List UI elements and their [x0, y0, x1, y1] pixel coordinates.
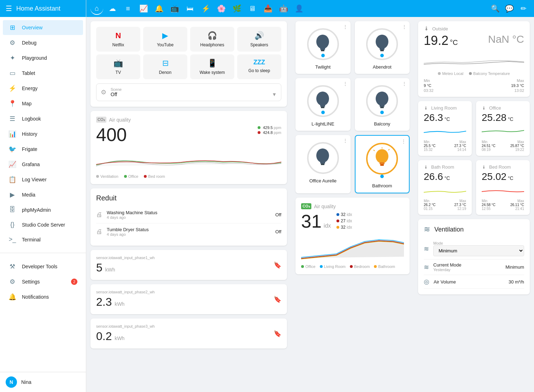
netflix-icon: N	[116, 31, 121, 40]
nav-leaf[interactable]: 🌿	[230, 2, 243, 15]
livingroom-chart	[424, 125, 466, 138]
light-card-twilight[interactable]: ⋮ Twilight	[295, 21, 351, 74]
sidebar-item-media[interactable]: ▶ Media	[3, 187, 83, 202]
aq-center-content: 31 idx 32 idx 27 idx 32 idx	[301, 212, 404, 230]
sidebar-item-grafana[interactable]: 📈 Grafana	[3, 157, 83, 172]
nav-chart[interactable]: 📈	[137, 2, 150, 15]
nav-bell[interactable]: 🔔	[153, 2, 165, 15]
outside-nan-temp: NaN °C	[488, 33, 524, 45]
edit-icon[interactable]: ✏	[517, 2, 530, 15]
tv-button[interactable]: 📺 TV	[96, 54, 140, 79]
sidebar-item-map[interactable]: 📍 Map	[3, 96, 83, 111]
media-icon: ▶	[8, 191, 16, 199]
temp-card-livingroom: 🌡 Living Room 26.3 °C MinMax 25.5 °C	[418, 101, 472, 156]
nav-inbox[interactable]: 📥	[262, 2, 274, 15]
light-menu-twilight[interactable]: ⋮	[343, 24, 348, 30]
svg-point-15	[376, 149, 388, 163]
light-menu-bathroom[interactable]: ⋮	[401, 139, 406, 144]
sidebar-item-history[interactable]: 📊 History	[3, 127, 83, 141]
youtube-button[interactable]: ▶ YouTube	[143, 27, 187, 52]
light-card-abendrot[interactable]: ⋮ Abendrot	[355, 21, 410, 74]
vent-air-info: Air Volume	[434, 279, 504, 285]
sidebar-item-label: History	[22, 131, 37, 137]
sidebar-item-frigate[interactable]: 🐦 Frigate	[3, 142, 83, 157]
light-menu-llightline[interactable]: ⋮	[343, 81, 348, 87]
bed-max-time: 21:41	[503, 207, 524, 211]
netflix-button[interactable]: N Netflix	[96, 27, 140, 52]
light-card-balcony[interactable]: ⋮ Balcony	[355, 78, 410, 131]
app-title: Home Assistant	[16, 5, 60, 12]
nav-robot[interactable]: 🤖	[277, 2, 290, 15]
youtube-icon: ▶	[162, 31, 168, 40]
sidebar-item-terminal[interactable]: >_ Terminal	[3, 232, 83, 247]
aq-title: Air quality	[109, 117, 131, 123]
nav-home[interactable]: ⌂	[90, 2, 103, 15]
sidebar-item-phpmyadmin[interactable]: 🗄 phpMyAdmin	[3, 203, 83, 217]
nav-flower[interactable]: 🌸	[215, 2, 228, 15]
light-card-bathroom[interactable]: ⋮	[355, 135, 410, 193]
sensor-2-info: 🖨 Tumble Dryer Status 4 days ago	[96, 227, 149, 236]
light-card-officeaurelle[interactable]: ⋮ Office Aurelle	[295, 135, 351, 193]
sidebar-item-logbook[interactable]: ☰ Logbook	[3, 111, 83, 126]
svg-rect-11	[380, 107, 384, 108]
sleep-icon: ZZZ	[253, 59, 265, 66]
energy-name-3: sensor.iotawatt_input_phase3_wh	[96, 324, 155, 328]
light-menu-balcony[interactable]: ⋮	[402, 81, 407, 87]
logbook-icon: ☰	[8, 115, 16, 123]
ventilation-card: ≋ Ventilation ≋ Mode Minimum Normal Maxi…	[418, 219, 530, 294]
sidebar-item-settings[interactable]: ⚙ Settings 2	[3, 274, 83, 289]
chat-icon[interactable]: 💬	[503, 2, 516, 15]
speakers-button[interactable]: 🔊 Speakers	[237, 27, 281, 52]
sleep-button[interactable]: ZZZ Go to sleep	[237, 54, 281, 79]
denon-button[interactable]: ⊟ Denon	[143, 54, 187, 79]
officeaurelle-label: Office Aurelle	[309, 178, 336, 183]
nav-monitor[interactable]: 🖥	[246, 2, 259, 15]
sidebar-item-debug[interactable]: ⚙ Debug	[3, 35, 83, 50]
sidebar-item-codeserver[interactable]: {} Studio Code Server	[3, 217, 83, 232]
headphones-label: Headphones	[200, 42, 224, 47]
nav-person[interactable]: 👤	[293, 2, 305, 15]
sidebar-item-label: Log Viewer	[22, 177, 47, 182]
outside-label: Outside	[432, 26, 448, 31]
scene-control: Scene Off ▼	[111, 87, 277, 97]
therm-office-icon: 🌡	[482, 105, 486, 111]
vent-icon: ≋	[424, 225, 430, 234]
aq-r1: 32	[341, 212, 345, 217]
main-area: ⌂ ☁ ≡ 📈 🔔 📺 🛏 ⚡ 🌸 🌿 🖥 📥 🤖 👤 🔍 💬 ✏	[86, 0, 534, 392]
outside-legend: Meteo Local Balcony Temperature	[424, 71, 524, 76]
bath-max-time: 12:19	[445, 207, 466, 211]
nav-tv[interactable]: 📺	[168, 2, 181, 15]
room-temp-grid: 🌡 Living Room 26.3 °C MinMax 25.5 °C	[418, 101, 530, 215]
sidebar-item-logviewer[interactable]: 📋 Log Viewer	[3, 172, 83, 187]
sidebar-user[interactable]: N Nina	[0, 372, 86, 392]
mode-label: Mode	[433, 241, 524, 245]
terminal-icon: >_	[8, 236, 16, 243]
light-menu-officeaurelle[interactable]: ⋮	[343, 138, 348, 144]
sidebar-item-tablet[interactable]: ▭ Tablet	[3, 66, 83, 81]
sidebar-item-energy[interactable]: ⚡ Energy	[3, 81, 83, 96]
nav-bed[interactable]: 🛏	[184, 2, 196, 15]
wake-button[interactable]: 📱 Wake system	[190, 54, 234, 79]
svg-line-19	[388, 149, 389, 150]
min-time: 03:32	[424, 88, 474, 93]
light-card-llightline[interactable]: ⋮ L-lightLINE	[295, 78, 351, 131]
search-icon[interactable]: 🔍	[489, 2, 501, 15]
sidebar-item-notifications[interactable]: 🔔 Notifications	[3, 289, 83, 304]
mode-select[interactable]: Minimum Normal Maximum	[433, 245, 524, 256]
max-label: Max	[474, 78, 524, 83]
sidebar-item-playground[interactable]: ✦ Playground	[3, 51, 83, 65]
aq-val-2: 424.8	[263, 130, 273, 135]
headphones-button[interactable]: 🎧 Headphones	[190, 27, 234, 52]
nav-bolt[interactable]: ⚡	[199, 2, 212, 15]
nav-sliders[interactable]: ≡	[122, 2, 134, 15]
sidebar-item-devtools[interactable]: ⚒ Developer Tools	[3, 259, 83, 274]
energy-card-3: sensor.iotawatt_input_phase3_wh 0.2 kWh …	[90, 318, 287, 349]
sensor-2-name: Tumble Dryer Status	[107, 227, 149, 232]
sidebar-item-overview[interactable]: ⊞ Overview	[3, 20, 83, 35]
menu-icon[interactable]: ☰	[6, 4, 12, 13]
current-mode-value: Minimum	[505, 264, 524, 270]
nav-cloud[interactable]: ☁	[106, 2, 119, 15]
light-menu-abendrot[interactable]: ⋮	[402, 24, 407, 30]
lr-max-time: 14:14	[445, 148, 466, 152]
chevron-down-icon[interactable]: ▼	[272, 92, 277, 97]
